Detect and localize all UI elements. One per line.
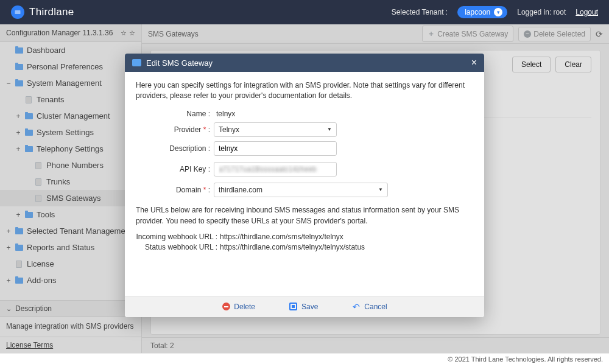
chevron-down-icon: ▼ (327, 127, 332, 132)
domain-select[interactable]: thirdlane.com ▼ (214, 183, 388, 197)
tenant-value: lapcoon (465, 8, 490, 16)
modal-backdrop: Edit SMS Gateway × Here you can specify … (0, 24, 609, 353)
app-name: Thirdlane (29, 6, 74, 18)
incoming-url-value: https://thirdlane.com/sms/telnyx/telnyx (220, 233, 343, 241)
api-key-label: API Key : (136, 165, 214, 173)
tenant-selector[interactable]: lapcoon ▾ (457, 6, 507, 18)
provider-label: Provider * : (136, 125, 214, 134)
delete-button[interactable]: Delete (222, 303, 255, 311)
status-url-value: https://thirdlane.com/sms/telnyx/telnyx/… (220, 243, 365, 251)
copyright: © 2021 Third Lane Technologies. All righ… (448, 355, 603, 363)
cancel-button[interactable]: ↶ Cancel (352, 303, 387, 311)
modal-footer: Delete Save ↶ Cancel (125, 296, 484, 317)
delete-icon (222, 303, 230, 310)
incoming-url-label: Incoming webhook URL : (136, 233, 220, 241)
webhook-note: The URLs below are for receiving inbound… (136, 205, 473, 226)
save-button[interactable]: Save (289, 303, 318, 311)
status-url-label: Status webhook URL : (136, 243, 220, 251)
chevron-down-icon: ▾ (494, 8, 502, 16)
name-label: Name : (136, 110, 214, 118)
form-icon (132, 59, 141, 66)
footer: © 2021 Third Lane Technologies. All righ… (0, 353, 609, 364)
description-input[interactable] (214, 141, 337, 156)
close-icon[interactable]: × (471, 58, 477, 68)
modal-title: Edit SMS Gateway (146, 58, 213, 68)
save-icon (289, 303, 297, 310)
chevron-down-icon: ▼ (378, 187, 383, 192)
provider-select[interactable]: Telnyx ▼ (214, 122, 337, 137)
app-header: Thirdlane Selected Tenant : lapcoon ▾ Lo… (0, 0, 609, 24)
modal-header: Edit SMS Gateway × (125, 54, 484, 72)
api-key-input[interactable] (214, 162, 337, 177)
logged-in-label: Logged in: root (517, 8, 566, 16)
modal-intro: Here you can specify settings for integr… (136, 80, 473, 101)
logo-icon (11, 5, 24, 19)
undo-icon: ↶ (352, 303, 361, 311)
edit-sms-gateway-modal: Edit SMS Gateway × Here you can specify … (125, 54, 484, 317)
domain-label: Domain * : (136, 186, 214, 194)
logout-link[interactable]: Logout (576, 8, 598, 16)
name-value: telnyx (214, 110, 235, 118)
description-label: Description : (136, 144, 214, 153)
tenant-label: Selected Tenant : (392, 8, 448, 16)
logo: Thirdlane (11, 5, 74, 19)
